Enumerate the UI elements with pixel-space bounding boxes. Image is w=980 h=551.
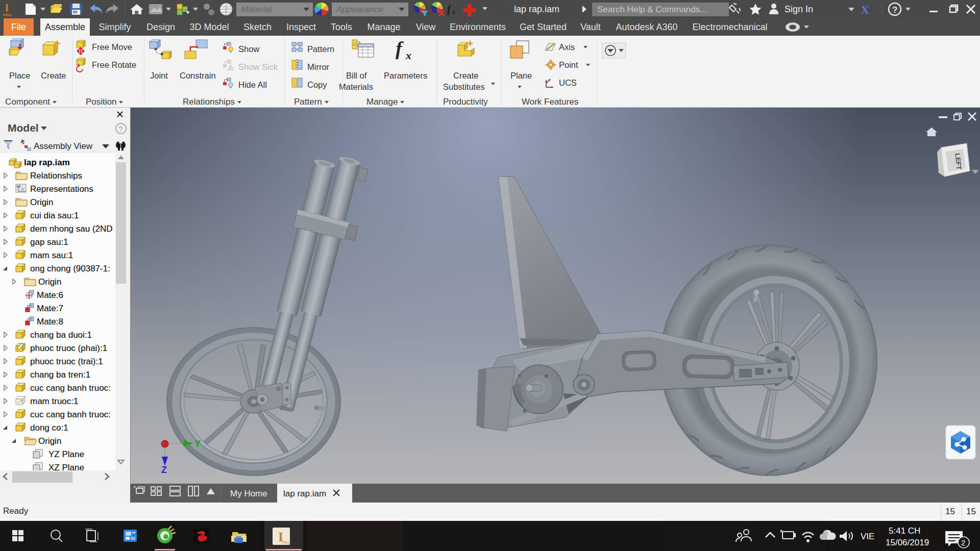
svg-text:Mate:8: Mate:8 — [37, 317, 63, 327]
svg-text:Origin: Origin — [38, 277, 61, 287]
svg-text:VIE: VIE — [861, 532, 874, 541]
svg-text:Show: Show — [238, 44, 259, 54]
svg-text:Joint: Joint — [150, 71, 168, 80]
svg-text:Search Help & Commands...: Search Help & Commands... — [597, 5, 707, 14]
svg-text:Assembly View: Assembly View — [34, 141, 93, 151]
svg-text:f: f — [447, 4, 452, 15]
svg-text:Substitutes: Substitutes — [443, 82, 485, 91]
svg-text:PRO: PRO — [282, 541, 290, 544]
svg-text:cui dia sau:1: cui dia sau:1 — [30, 211, 79, 220]
svg-text:Mirror: Mirror — [307, 62, 330, 71]
svg-text:!: ! — [230, 66, 231, 70]
svg-text:Z: Z — [161, 465, 167, 475]
svg-text:Create: Create — [41, 71, 66, 80]
svg-text:I: I — [5, 1, 9, 14]
svg-text:Bill of: Bill of — [346, 71, 367, 80]
svg-text:phuoc truoc (trai):1: phuoc truoc (trai):1 — [30, 357, 103, 366]
svg-text:15/06/2019: 15/06/2019 — [886, 538, 929, 547]
svg-text:Constrain: Constrain — [180, 71, 216, 80]
svg-text:Relationships: Relationships — [30, 171, 82, 181]
svg-text:Origin: Origin — [30, 197, 53, 207]
svg-text:Free Rotate: Free Rotate — [92, 60, 136, 69]
svg-text:dong co:1: dong co:1 — [30, 423, 68, 433]
svg-text:Show Sick: Show Sick — [238, 62, 278, 71]
svg-text:Point: Point — [559, 60, 578, 69]
svg-text:?: ? — [118, 124, 122, 133]
svg-text:Free Move: Free Move — [92, 42, 132, 52]
svg-text:phuoc truoc (phai):1: phuoc truoc (phai):1 — [30, 343, 107, 353]
svg-text:Model: Model — [8, 122, 39, 134]
svg-text:Mate:7: Mate:7 — [37, 304, 63, 313]
svg-text:Hide All: Hide All — [238, 80, 267, 89]
svg-text:ong chong (90387-1:: ong chong (90387-1: — [30, 264, 110, 273]
svg-text:Sign In: Sign In — [785, 4, 813, 14]
svg-text:chang ba tren:1: chang ba tren:1 — [30, 370, 90, 380]
svg-text:Plane: Plane — [510, 71, 532, 80]
svg-text:lap rap.iam: lap rap.iam — [514, 4, 559, 14]
svg-text:PRO: PRO — [3, 13, 12, 17]
svg-text:Axis: Axis — [559, 42, 575, 52]
svg-text:Appearance: Appearance — [336, 5, 383, 14]
svg-text:lap rap.iam: lap rap.iam — [24, 158, 70, 167]
svg-text:cuc cang banh truoc:: cuc cang banh truoc: — [30, 383, 111, 393]
svg-text:Create: Create — [453, 71, 479, 80]
svg-text:Place: Place — [9, 71, 30, 80]
svg-text:UCS: UCS — [559, 78, 577, 87]
svg-text:x: x — [452, 9, 455, 16]
svg-text:x: x — [405, 49, 411, 62]
svg-text:dem nhong sau (2ND: dem nhong sau (2ND — [30, 224, 113, 234]
svg-text:chang ba duoi:1: chang ba duoi:1 — [30, 330, 92, 340]
svg-text:YZ Plane: YZ Plane — [48, 449, 84, 459]
svg-text:?: ? — [892, 5, 897, 15]
svg-text:Materials: Materials — [339, 82, 373, 91]
svg-text:mam sau:1: mam sau:1 — [30, 251, 73, 260]
svg-text:cuc cang banh truoc:: cuc cang banh truoc: — [30, 410, 111, 419]
svg-text:2: 2 — [961, 538, 965, 547]
svg-text:X: X — [861, 3, 870, 16]
svg-text:mam truoc:1: mam truoc:1 — [30, 396, 78, 406]
svg-text:Pattern: Pattern — [307, 44, 334, 54]
svg-text:5:41 CH: 5:41 CH — [889, 526, 920, 536]
svg-text:My Home: My Home — [230, 489, 267, 498]
svg-text:f: f — [396, 38, 404, 59]
svg-text:Y: Y — [194, 439, 201, 449]
svg-text:lap rap.iam: lap rap.iam — [283, 489, 326, 498]
svg-text:Mate:6: Mate:6 — [37, 290, 63, 300]
svg-text:Parameters: Parameters — [384, 71, 427, 80]
svg-text:Copy: Copy — [307, 80, 327, 89]
svg-text:Representations: Representations — [30, 184, 93, 194]
svg-text:Origin: Origin — [38, 436, 61, 446]
svg-text:gap sau:1: gap sau:1 — [30, 237, 68, 247]
svg-text:Material: Material — [241, 5, 273, 14]
